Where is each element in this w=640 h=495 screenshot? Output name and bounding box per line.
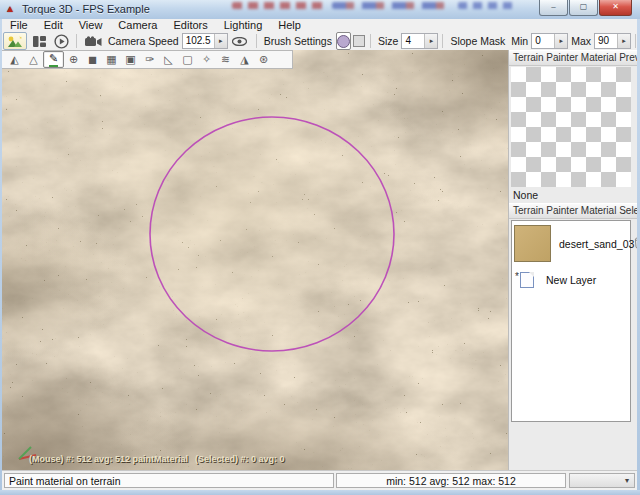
size-label: Size <box>378 35 398 47</box>
material-name: desert_sand_03 <box>559 238 634 250</box>
menu-camera[interactable]: Camera <box>110 19 165 32</box>
menu-editors[interactable]: Editors <box>165 19 215 32</box>
tool-paint-brush[interactable]: ✎ <box>43 51 64 68</box>
toolbar-separator <box>256 34 257 48</box>
spinner-arrow-icon[interactable]: ▸ <box>617 34 630 48</box>
camera-menu-button[interactable] <box>82 33 104 49</box>
menu-file[interactable]: File <box>2 19 36 32</box>
mouse-stats-readout: (Mouse) #: 512 avg: 512 paintMaterial <box>29 454 188 464</box>
camera-speed-spinner[interactable]: 102.5 ▸ <box>182 33 228 49</box>
ellipse-brush-icon <box>337 35 350 48</box>
toolbar-separator <box>635 34 636 48</box>
tool-paint-noise[interactable]: ▦ <box>102 52 121 67</box>
tool-flatten[interactable]: ▣ <box>121 52 140 67</box>
viewport-overlays <box>2 50 508 470</box>
slope-mask-label: Slope Mask <box>450 35 505 47</box>
slope-max-value[interactable]: 90 <box>595 34 617 48</box>
size-spinner[interactable]: 4 ▸ <box>401 33 438 49</box>
main-toolbar: Camera Speed 102.5 ▸ Brush Settings Size… <box>2 32 638 51</box>
tool-terrain-slope[interactable]: ◮ <box>235 52 254 67</box>
toolbar-separator <box>370 34 371 48</box>
slope-max-spinner[interactable]: 90 ▸ <box>594 33 631 49</box>
visibility-button[interactable] <box>229 33 251 49</box>
menu-view[interactable]: View <box>71 19 111 32</box>
window-border <box>0 19 2 490</box>
material-thumbnail[interactable] <box>514 225 551 262</box>
status-dropdown[interactable]: ▾ <box>569 473 635 488</box>
brush-box-button[interactable] <box>353 33 365 49</box>
brush-settings-label: Brush Settings <box>264 35 332 47</box>
max-label: Max <box>571 35 591 47</box>
material-list: desert_sand_03 * New Layer <box>511 220 631 422</box>
layout-panels-icon <box>33 36 46 47</box>
camera-speed-value[interactable]: 102.5 <box>183 34 214 48</box>
new-layer-icon: * <box>520 272 534 288</box>
background-window-bleed <box>232 2 324 9</box>
world-editor-button[interactable] <box>3 32 27 50</box>
tool-set-height[interactable]: ✑ <box>140 52 159 67</box>
spinner-arrow-icon[interactable]: ▸ <box>554 34 567 48</box>
play-icon <box>54 34 69 49</box>
material-preview-name: None <box>509 187 637 203</box>
eye-icon <box>232 37 247 46</box>
background-window-bleed <box>332 2 450 9</box>
torque-app-icon: ▲ <box>5 3 17 15</box>
tool-magic-wand[interactable]: ✧ <box>197 52 216 67</box>
terrain-painter-panel: Terrain Painter Material Preview None Te… <box>508 50 637 470</box>
new-layer-star: * <box>515 271 519 282</box>
menu-edit[interactable]: Edit <box>36 19 71 32</box>
selected-stats-readout: (Selected) #: 0 avg: 0 <box>195 454 285 464</box>
camera-icon <box>85 36 102 47</box>
camera-speed-label: Camera Speed <box>108 35 179 47</box>
spinner-arrow-icon[interactable]: ▸ <box>424 34 437 48</box>
box-brush-icon <box>353 35 365 47</box>
tool-grab-terrain[interactable]: ◭ <box>5 52 24 67</box>
toolbar-separator <box>76 34 77 48</box>
close-button[interactable]: ✕ <box>599 0 632 16</box>
slope-min-spinner[interactable]: 0 ▸ <box>531 33 568 49</box>
tool-smooth-slope[interactable]: ◼ <box>83 52 102 67</box>
spinner-arrow-icon[interactable]: ▸ <box>214 34 227 48</box>
material-preview-swatch <box>511 67 631 187</box>
play-game-button[interactable] <box>51 33 71 49</box>
tool-terrain-wheel[interactable]: ⊛ <box>254 52 273 67</box>
terrain-viewport[interactable]: ◭ △ ✎ ⊕ ◼ ▦ ▣ ✑ ◺ ▢ ✧ ≋ ◮ ⊛ (Mouse) #: 5… <box>2 50 508 470</box>
menu-help[interactable]: Help <box>270 19 309 32</box>
terrain-tool-palette: ◭ △ ✎ ⊕ ◼ ▦ ▣ ✑ ◺ ▢ ✧ ≋ ◮ ⊛ <box>2 50 293 69</box>
new-layer-label: New Layer <box>546 274 596 286</box>
menu-lighting[interactable]: Lighting <box>216 19 271 32</box>
tool-clear-terrain[interactable]: ◺ <box>159 52 178 67</box>
title-bar[interactable]: ▲ Torque 3D - FPS Example – ▢ ✕ <box>0 0 640 19</box>
material-preview-header: Terrain Painter Material Preview <box>509 50 637 66</box>
brush-ellipse-button[interactable] <box>336 32 351 50</box>
background-window-bleed <box>458 2 518 9</box>
maximize-button[interactable]: ▢ <box>569 0 598 16</box>
tool-erode[interactable]: ≋ <box>216 52 235 67</box>
tool-raise-height[interactable]: △ <box>24 52 43 67</box>
slope-min-value[interactable]: 0 <box>532 34 554 48</box>
status-bar: Paint material on terrain min: 512 avg: … <box>2 470 638 490</box>
layout-toggle-button[interactable] <box>29 33 49 49</box>
status-message: Paint material on terrain <box>4 473 334 488</box>
minimize-button[interactable]: – <box>539 0 568 16</box>
chevron-down-icon: ▾ <box>620 474 634 487</box>
new-layer-item[interactable]: * New Layer <box>512 264 630 290</box>
menu-bar: File Edit View Camera Editors Lighting H… <box>2 19 638 33</box>
tool-smooth[interactable]: ⊕ <box>64 52 83 67</box>
status-height-stats: min: 512 avg: 512 max: 512 <box>336 473 566 488</box>
min-label: Min <box>511 35 528 47</box>
app-window: ▲ Torque 3D - FPS Example – ▢ ✕ File Edi… <box>0 0 640 495</box>
toolbar-separator <box>442 34 443 48</box>
size-value[interactable]: 4 <box>402 34 424 48</box>
material-list-item[interactable]: desert_sand_03 <box>512 221 630 264</box>
window-title: Torque 3D - FPS Example <box>22 3 150 15</box>
window-border <box>0 490 640 495</box>
scene-landscape-icon <box>7 35 23 48</box>
material-selector-header: Terrain Painter Material Selector <box>509 203 637 219</box>
brush-circle-outline <box>150 117 394 351</box>
tool-select-area[interactable]: ▢ <box>178 52 197 67</box>
